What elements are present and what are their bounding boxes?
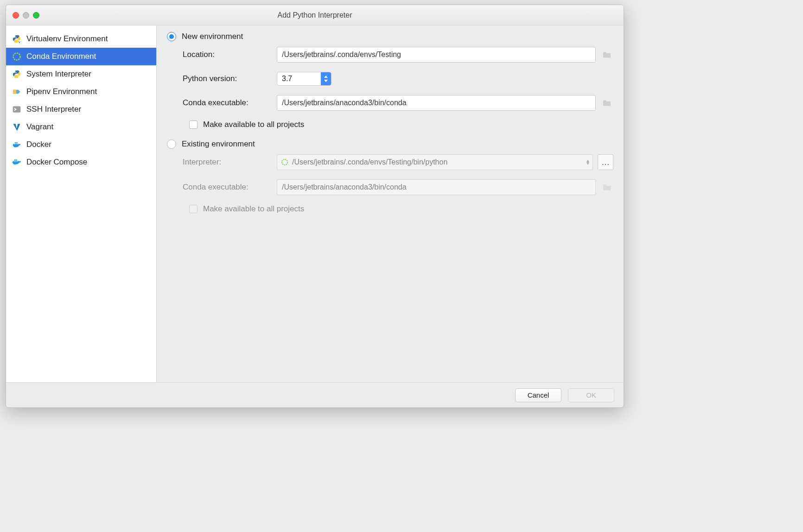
make-available-label: Make available to all projects (203, 120, 304, 129)
radio-label: New environment (182, 32, 243, 41)
sidebar-item-docker[interactable]: Docker (6, 136, 156, 153)
svg-rect-16 (16, 159, 17, 161)
location-row: Location: (167, 47, 613, 63)
docker-compose-icon (12, 157, 22, 167)
python-version-value: 3.7 (282, 75, 292, 83)
vagrant-icon (12, 122, 22, 132)
sidebar-item-vagrant[interactable]: Vagrant (6, 118, 156, 136)
python-version-select[interactable]: 3.7 (277, 72, 331, 86)
svg-point-4 (15, 71, 16, 72)
existing-make-available-label: Make available to all projects (203, 204, 304, 214)
sidebar-item-label: System Interpreter (26, 70, 91, 79)
sidebar-item-ssh[interactable]: SSH Interpreter (6, 101, 156, 118)
conda-icon (12, 51, 22, 62)
location-input[interactable] (277, 47, 596, 63)
title-bar: Add Python Interpreter (6, 5, 624, 25)
python-version-row: Python version: 3.7 (167, 72, 613, 86)
folder-icon[interactable] (600, 96, 613, 109)
interpreter-input (277, 154, 593, 170)
make-available-checkbox[interactable] (189, 120, 198, 129)
svg-text:v: v (19, 40, 21, 44)
folder-icon (600, 181, 613, 194)
python-icon: v (12, 34, 22, 44)
location-label: Location: (183, 50, 277, 59)
sidebar-item-conda[interactable]: Conda Environment (6, 48, 156, 65)
conda-executable-row: Conda executable: (167, 95, 613, 111)
browse-interpreter-button[interactable]: … (598, 154, 613, 170)
svg-point-5 (18, 76, 19, 77)
window-controls (6, 12, 39, 19)
existing-make-available-row: Make available to all projects (167, 204, 613, 214)
radio-new-environment[interactable] (167, 32, 176, 41)
existing-conda-executable-input (277, 179, 596, 195)
radio-label: Existing environment (182, 139, 255, 149)
sidebar-item-docker-compose[interactable]: Docker Compose (6, 153, 156, 171)
make-available-row[interactable]: Make available to all projects (167, 120, 613, 129)
docker-icon (12, 139, 22, 150)
folder-icon[interactable] (600, 48, 613, 61)
sidebar-item-label: Docker (26, 140, 51, 149)
sidebar-item-pipenv[interactable]: Pipenv Environment (6, 83, 156, 101)
new-environment-radio-row[interactable]: New environment (167, 32, 613, 41)
select-arrows-icon (321, 72, 331, 85)
sidebar-item-label: Virtualenv Environment (26, 34, 108, 44)
existing-environment-radio-row[interactable]: Existing environment (167, 139, 613, 149)
svg-rect-10 (15, 142, 16, 144)
main-panel: New environment Location: Python version… (157, 25, 624, 382)
svg-point-0 (15, 36, 16, 37)
add-interpreter-dialog: Add Python Interpreter v Virtualenv Envi… (6, 5, 624, 408)
sidebar-item-label: Docker Compose (26, 158, 87, 167)
sidebar-item-label: Conda Environment (26, 52, 96, 61)
svg-point-18 (282, 159, 287, 165)
ssh-icon (12, 104, 22, 114)
window-close-button[interactable] (13, 12, 19, 19)
sidebar-item-label: Pipenv Environment (26, 87, 97, 96)
cancel-button[interactable]: Cancel (515, 388, 561, 402)
window-maximize-button[interactable] (33, 12, 39, 19)
pipenv-icon (12, 87, 22, 97)
svg-rect-6 (13, 106, 21, 112)
sidebar-item-system[interactable]: System Interpreter (6, 65, 156, 83)
dialog-title: Add Python Interpreter (6, 11, 624, 19)
updown-icon: ▲▼ (586, 159, 590, 165)
svg-rect-11 (16, 142, 18, 144)
existing-make-available-checkbox (189, 205, 198, 213)
dialog-footer: Cancel OK (6, 382, 624, 407)
dialog-body: v Virtualenv Environment Conda Environme… (6, 25, 624, 382)
python-version-label: Python version: (183, 74, 277, 83)
interpreter-type-sidebar: v Virtualenv Environment Conda Environme… (6, 25, 157, 382)
existing-conda-executable-label: Conda executable: (183, 183, 277, 192)
conda-executable-label: Conda executable: (183, 98, 277, 108)
radio-existing-environment[interactable] (167, 139, 176, 149)
sidebar-item-label: Vagrant (26, 122, 53, 132)
python-icon (12, 69, 22, 79)
interpreter-label: Interpreter: (183, 158, 277, 167)
ok-button: OK (568, 388, 614, 402)
sidebar-item-label: SSH Interpreter (26, 105, 81, 114)
existing-conda-executable-row: Conda executable: (167, 179, 613, 195)
conda-icon (280, 158, 289, 166)
window-minimize-button[interactable] (23, 12, 29, 19)
svg-rect-15 (14, 159, 16, 161)
sidebar-item-virtualenv[interactable]: v Virtualenv Environment (6, 30, 156, 48)
interpreter-row: Interpreter: ▲▼ … (167, 154, 613, 170)
svg-point-3 (13, 53, 20, 60)
conda-executable-input[interactable] (277, 95, 596, 111)
